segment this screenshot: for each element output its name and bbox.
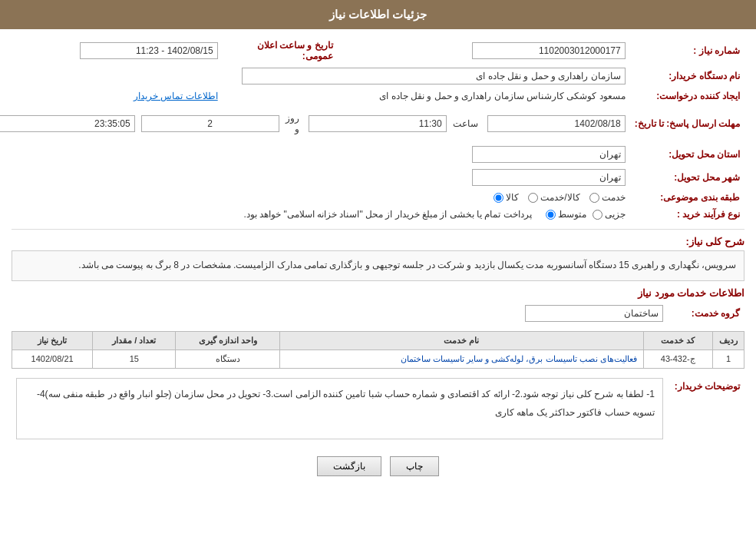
category-label: طبقه بندی موضوعی:: [630, 189, 744, 206]
purchase-type-radio-medium: متوسط: [546, 209, 586, 220]
service-group-value: ساختمان: [12, 302, 668, 325]
response-days-box: 2: [141, 115, 279, 132]
info-table-top: شماره نیاز : 1102003012000177 تاریخ و سا…: [0, 37, 744, 223]
requester-org-label: نام دستگاه خریدار:: [630, 65, 744, 88]
radio-partial-label: جزیی: [605, 209, 626, 220]
need-description-text: سرویس، نگهداری و راهبری 15 دستگاه آسانسو…: [78, 260, 736, 270]
cell-unit: دستگاه: [176, 350, 280, 368]
requester-org-box: سازمان راهداری و حمل و نقل جاده ای: [242, 68, 626, 84]
radio-partial-input[interactable]: [593, 210, 602, 220]
city-label: شهر محل تحویل:: [630, 166, 744, 189]
creator-label: ایجاد کننده درخواست:: [630, 88, 744, 104]
announce-datetime-label: تاریخ و ساعت اعلان عمومی:: [223, 37, 338, 65]
category-radio-goods: کالا: [494, 192, 519, 203]
response-deadline-row: 1402/08/18 ساعت 11:30 روز و 2 23:35:05 س…: [0, 104, 630, 143]
services-info-label: اطلاعات خدمات مورد نیاز: [12, 287, 744, 299]
purchase-type-label: نوع فرآیند خرید :: [630, 206, 744, 223]
city-value: تهران: [0, 166, 630, 189]
need-description-section: شرح کلی نیاز: سرویس، نگهداری و راهبری 15…: [12, 236, 744, 281]
radio-service-input[interactable]: [589, 193, 599, 203]
purchase-type-container: جزیی متوسط پرداخت تمام یا بخشی از مبلغ خ…: [0, 209, 626, 220]
group-service-table: گروه خدمت: ساختمان: [12, 302, 744, 325]
category-radio-goods-service: کالا/خدمت: [528, 192, 579, 203]
category-radio-service: خدمت: [589, 192, 626, 203]
service-group-box: ساختمان: [525, 305, 663, 322]
radio-goods-label: کالا: [506, 192, 519, 203]
page-title: جزئیات اطلاعات نیاز: [329, 8, 427, 21]
category-row: خدمت کالا/خدمت کالا: [0, 189, 630, 206]
buyer-notes-label: توضیحات خریدار:: [668, 375, 744, 449]
cell-name: فعالیت‌های نصب تاسیسات برق، لوله‌کشی و س…: [280, 350, 643, 368]
response-time-label: ساعت: [453, 118, 478, 129]
radio-service-label: خدمت: [602, 192, 626, 203]
col-row: ردیف: [713, 331, 744, 350]
response-remaining-box: 23:35:05: [0, 115, 135, 132]
radio-goods-service-input[interactable]: [528, 193, 538, 203]
table-row: 1 ج-432-43 فعالیت‌های نصب تاسیسات برق، ل…: [12, 350, 744, 368]
services-tbody: 1 ج-432-43 فعالیت‌های نصب تاسیسات برق، ل…: [12, 350, 744, 368]
province-label: استان محل تحویل:: [630, 143, 744, 166]
announce-datetime-value: 1402/08/15 - 11:23: [0, 37, 223, 65]
need-number-value: 1102003012000177: [338, 37, 630, 65]
col-unit: واحد اندازه گیری: [176, 331, 280, 350]
announce-datetime-box: 1402/08/15 - 11:23: [80, 42, 218, 59]
buyer-notes-table: توضیحات خریدار: 1- لطفا به شرح کلی نیاز …: [12, 375, 744, 449]
services-table-header: ردیف کد خدمت نام خدمت واحد اندازه گیری ت…: [12, 331, 744, 350]
city-box: تهران: [472, 169, 626, 186]
radio-medium-input[interactable]: [546, 210, 556, 220]
province-value: تهران: [0, 143, 630, 166]
cell-code: ج-432-43: [643, 350, 712, 368]
creator-value: مسعود کوشکی کارشناس سازمان راهداری و حمل…: [223, 88, 630, 104]
response-date-box: 1402/08/18: [487, 115, 626, 132]
button-row: چاپ بازگشت: [12, 456, 744, 476]
divider-1: [12, 229, 744, 230]
buyer-notes-box: 1- لطفا به شرح کلی نیاز توجه شود.2- ارائ…: [16, 378, 663, 439]
services-table: ردیف کد خدمت نام خدمت واحد اندازه گیری ت…: [12, 331, 744, 369]
radio-medium-label: متوسط: [558, 209, 586, 220]
creator-text: مسعود کوشکی کارشناس سازمان راهداری و حمل…: [379, 91, 625, 101]
purchase-type-note: پرداخت تمام یا بخشی از مبلغ خریدار از مح…: [243, 209, 531, 220]
content-area: شماره نیاز : 1102003012000177 تاریخ و سا…: [0, 29, 756, 492]
back-button[interactable]: بازگشت: [317, 456, 381, 476]
purchase-type-radio-partial: جزیی: [593, 209, 626, 220]
page-wrapper: جزئیات اطلاعات نیاز شماره نیاز : 1102003…: [0, 0, 756, 540]
page-header: جزئیات اطلاعات نیاز: [0, 0, 756, 29]
response-time-box: 11:30: [309, 115, 447, 132]
print-button[interactable]: چاپ: [390, 456, 439, 476]
col-name: نام خدمت: [280, 331, 643, 350]
col-date: تاریخ نیاز: [12, 331, 93, 350]
radio-goods-service-label: کالا/خدمت: [540, 192, 579, 203]
buyer-notes-value: 1- لطفا به شرح کلی نیاز توجه شود.2- ارائ…: [12, 375, 668, 449]
col-code: کد خدمت: [643, 331, 712, 350]
response-days-label: روز و: [286, 113, 299, 134]
cell-quantity: 15: [93, 350, 176, 368]
purchase-type-row: جزیی متوسط پرداخت تمام یا بخشی از مبلغ خ…: [0, 206, 630, 223]
cell-date: 1402/08/21: [12, 350, 93, 368]
category-radio-group: خدمت کالا/خدمت کالا: [494, 192, 625, 203]
datetime-row: 1402/08/18 ساعت 11:30 روز و 2 23:35:05 س…: [0, 108, 626, 140]
province-box: تهران: [472, 146, 626, 163]
buyer-notes-text: 1- لطفا به شرح کلی نیاز توجه شود.2- ارائ…: [37, 389, 655, 418]
need-number-label: شماره نیاز :: [630, 37, 744, 65]
col-quantity: تعداد / مقدار: [93, 331, 176, 350]
need-number-box: 1102003012000177: [472, 42, 626, 59]
need-description-label: شرح کلی نیاز:: [12, 236, 744, 247]
contact-info-link[interactable]: اطلاعات تماس خریدار: [134, 91, 218, 101]
cell-row-number: 1: [713, 350, 744, 368]
service-group-label: گروه خدمت:: [668, 302, 744, 325]
radio-goods-input[interactable]: [494, 193, 503, 203]
need-description-box: سرویس، نگهداری و راهبری 15 دستگاه آسانسو…: [12, 250, 744, 281]
response-deadline-label: مهلت ارسال پاسخ: تا تاریخ:: [630, 104, 744, 143]
contact-info-link-cell: اطلاعات تماس خریدار: [0, 88, 223, 104]
requester-org-value: سازمان راهداری و حمل و نقل جاده ای: [0, 65, 630, 88]
